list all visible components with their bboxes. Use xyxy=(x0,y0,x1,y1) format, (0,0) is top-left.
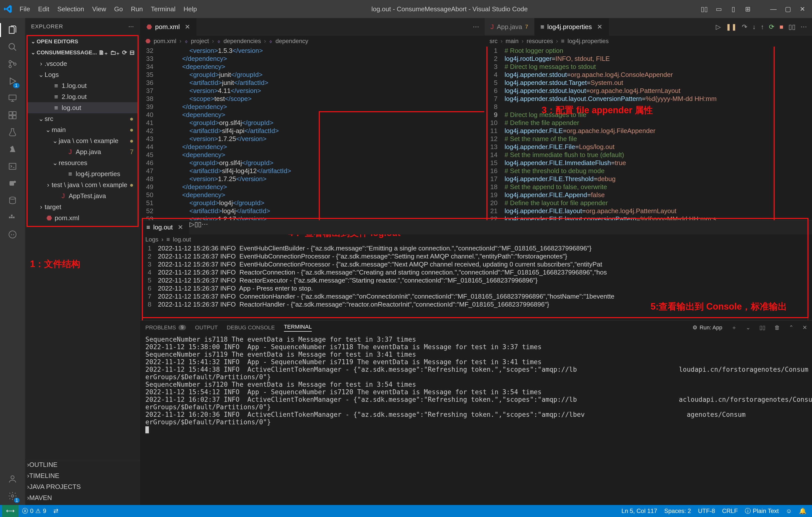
menu-help[interactable]: Help xyxy=(180,4,200,14)
open-editors-section[interactable]: ⌄OPEN EDITORS xyxy=(28,36,138,47)
remote-indicator[interactable]: ⟷ xyxy=(2,505,19,517)
split-icon[interactable]: ▯▯ xyxy=(788,23,795,31)
maximize-icon[interactable]: ▢ xyxy=(782,3,793,14)
stop-icon[interactable]: ■ xyxy=(779,23,783,31)
close-tab-icon[interactable]: ✕ xyxy=(178,223,183,231)
timeline-section[interactable]: ›TIMELINE xyxy=(25,472,140,483)
status-java[interactable]: ⇄ xyxy=(50,505,62,517)
menu-terminal[interactable]: Terminal xyxy=(147,4,179,14)
tree-item[interactable]: JApp.java7 xyxy=(28,146,138,157)
run-app-label[interactable]: ⚙Run: App xyxy=(692,324,722,331)
tree-item[interactable]: ≡2.log.out xyxy=(28,91,138,102)
tab-pom[interactable]: ⬣pom.xml✕ xyxy=(140,18,197,36)
more-icon[interactable]: ⋯ xyxy=(801,23,807,31)
menu-view[interactable]: View xyxy=(89,4,110,14)
search-icon[interactable] xyxy=(4,39,21,55)
tree-item[interactable]: ⌄resources xyxy=(28,157,138,168)
tab-output[interactable]: OUTPUT xyxy=(195,324,218,331)
trash-icon[interactable]: 🗑 xyxy=(775,324,780,331)
tree-item[interactable]: ≡1.log.out xyxy=(28,80,138,91)
tab-problems[interactable]: PROBLEMS9 xyxy=(145,324,186,331)
tree-item[interactable]: ⌄main● xyxy=(28,124,138,135)
new-file-icon[interactable]: 🗎₊ xyxy=(98,49,108,56)
terminal[interactable]: SequenceNumber is7118 The eventData is M… xyxy=(140,335,812,505)
extensions-icon[interactable] xyxy=(4,107,21,123)
collapse-icon[interactable]: ⊟ xyxy=(129,49,135,56)
menu-go[interactable]: Go xyxy=(111,4,126,14)
more-tab-icon[interactable]: ⋯ xyxy=(473,23,479,31)
settings-gear-icon[interactable]: 1 xyxy=(4,488,21,504)
pause-icon[interactable]: ❚❚ xyxy=(726,23,737,31)
layout-bottom-icon[interactable]: ▭ xyxy=(713,3,724,14)
tab-log4j-prop[interactable]: ≡log4j.properties✕ xyxy=(534,18,609,36)
menu-selection[interactable]: Selection xyxy=(54,4,88,14)
close-icon[interactable]: ✕ xyxy=(797,3,808,14)
database-icon[interactable] xyxy=(4,192,21,208)
remote-explorer-icon[interactable] xyxy=(4,90,21,106)
tab-app-java[interactable]: JApp.java7 xyxy=(485,18,534,36)
status-eol[interactable]: CRLF xyxy=(719,505,741,517)
status-language[interactable]: ⓘPlain Text xyxy=(741,505,782,517)
tree-item[interactable]: ›test \ java \ com \ example● xyxy=(28,179,138,190)
layout-left-icon[interactable]: ▯▯ xyxy=(699,3,710,14)
status-errors[interactable]: ⓧ0⚠9 xyxy=(19,505,50,517)
tree-item[interactable]: ›.vscode xyxy=(28,58,138,69)
menu-edit[interactable]: Edit xyxy=(35,4,53,14)
step-over-icon[interactable]: ↷ xyxy=(742,23,747,31)
layout-right-icon[interactable]: ▯ xyxy=(728,3,739,14)
editor-pom[interactable]: 2：添加slf4j 依赖 32 <version>1.5.3</version>… xyxy=(140,47,484,220)
layout-custom-icon[interactable]: ⊞ xyxy=(742,3,753,14)
tab-debug-console[interactable]: DEBUG CONSOLE xyxy=(227,324,275,331)
tree-item[interactable]: ≡log.out xyxy=(28,102,138,113)
explorer-icon[interactable] xyxy=(4,22,21,38)
status-spaces[interactable]: Spaces: 2 xyxy=(661,505,694,517)
tree-item[interactable]: ⌄Logs xyxy=(28,69,138,80)
azure-icon[interactable] xyxy=(4,141,21,157)
run-icon[interactable]: ▷ xyxy=(190,220,195,228)
terminal-panel-icon[interactable] xyxy=(4,158,21,174)
tree-item[interactable]: JAppTest.java xyxy=(28,190,138,202)
run-debug-icon[interactable]: 1 xyxy=(4,73,21,89)
scm-icon[interactable] xyxy=(4,56,21,72)
teams-icon[interactable] xyxy=(4,175,21,191)
new-folder-icon[interactable]: 🗀₊ xyxy=(110,49,120,56)
maximize-panel-icon[interactable]: ⌃ xyxy=(789,324,793,331)
more-icon[interactable]: ⋯ xyxy=(128,23,134,30)
more-icon[interactable]: ⋯ xyxy=(202,220,208,228)
breadcrumb-right[interactable]: src› main› resources› ≡log4j.properties xyxy=(485,36,812,47)
step-into-icon[interactable]: ↓ xyxy=(752,23,756,31)
menu-file[interactable]: File xyxy=(16,4,34,14)
tree-item[interactable]: ⌄java \ com \ example● xyxy=(28,135,138,146)
add-terminal-icon[interactable]: ＋ xyxy=(731,324,737,331)
minimap[interactable] xyxy=(779,47,812,220)
close-tab-icon[interactable]: ✕ xyxy=(597,23,603,31)
refresh-icon[interactable]: ⟳ xyxy=(122,49,127,56)
chevron-down-icon[interactable]: ⌄ xyxy=(746,324,750,331)
project-section[interactable]: ⌄CONSUMEMESSAGE... 🗎₊ 🗀₊ ⟳ ⊟ xyxy=(28,47,138,58)
tab-logout[interactable]: ≡log.out✕ xyxy=(140,220,190,235)
status-encoding[interactable]: UTF-8 xyxy=(694,505,719,517)
tree-item[interactable]: ≡log4j.properties xyxy=(28,168,138,179)
tab-terminal[interactable]: TERMINAL xyxy=(284,324,312,332)
tree-item[interactable]: ⌄src● xyxy=(28,113,138,124)
minimize-icon[interactable]: — xyxy=(768,3,779,14)
breadcrumb-left[interactable]: ⬣pom.xml› ⬨project› ⬨dependencies› ⬨depe… xyxy=(140,36,484,47)
split-icon[interactable]: ▯▯ xyxy=(195,220,202,228)
account-icon[interactable] xyxy=(4,471,21,487)
test-icon[interactable] xyxy=(4,124,21,140)
outline-section[interactable]: ›OUTLINE xyxy=(25,461,140,472)
menu-run[interactable]: Run xyxy=(127,4,146,14)
close-tab-icon[interactable]: ✕ xyxy=(185,23,190,31)
close-panel-icon[interactable]: ✕ xyxy=(803,324,807,331)
maven-section[interactable]: ›MAVEN xyxy=(25,494,140,505)
tree-item[interactable]: ⬣pom.xml xyxy=(28,212,138,223)
docker-icon[interactable] xyxy=(4,209,21,225)
tree-item[interactable]: ›target xyxy=(28,202,138,212)
status-position[interactable]: Ln 5, Col 117 xyxy=(618,505,661,517)
status-feedback-icon[interactable]: ☺ xyxy=(782,505,795,517)
java-projects-section[interactable]: ›JAVA PROJECTS xyxy=(25,483,140,494)
restart-icon[interactable]: ⟳ xyxy=(769,23,775,31)
editor-log4j[interactable]: 3：配置 file appender 属性 1# Root logger opt… xyxy=(485,47,812,220)
step-out-icon[interactable]: ↑ xyxy=(761,23,764,31)
split-terminal-icon[interactable]: ▯▯ xyxy=(759,324,765,331)
